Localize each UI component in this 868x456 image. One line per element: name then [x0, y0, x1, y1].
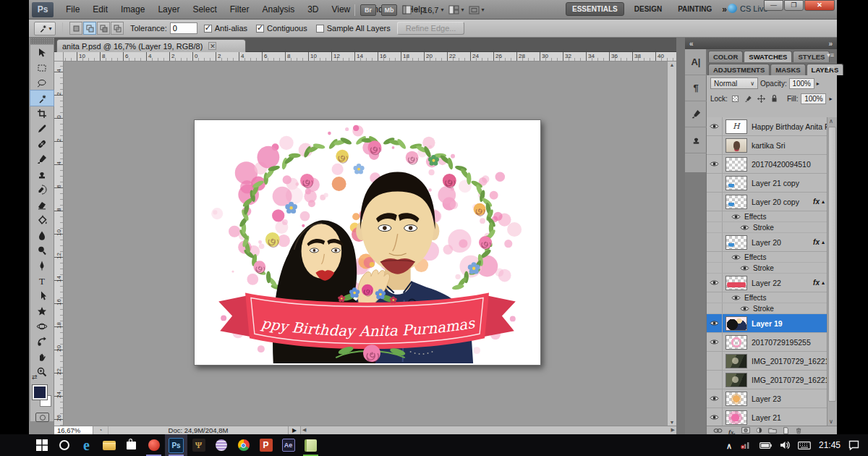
checkbox-sample-all-layers[interactable]: Sample All Layers — [316, 24, 391, 33]
view-extras-button[interactable]: ▾ — [402, 5, 418, 14]
layers-scroll-thumb[interactable] — [828, 127, 836, 402]
collapse-panels-icon[interactable]: « — [689, 40, 694, 48]
taskbar-clock[interactable]: 21:45 — [819, 440, 841, 450]
clone-source-panel-button[interactable] — [685, 127, 707, 153]
workspace-essentials[interactable]: ESSENTIALS — [566, 2, 624, 16]
canvas-pasteboard[interactable]: Happy Birthday Anita Purnamasari — [64, 62, 667, 426]
collapse-effects-icon[interactable]: ▴ — [822, 198, 825, 205]
taskbar-media-player[interactable] — [142, 434, 165, 456]
menu-edit[interactable]: Edit — [86, 4, 114, 14]
layer-visibility-toggle[interactable] — [707, 408, 723, 426]
healing-brush-tool[interactable] — [30, 136, 54, 151]
marquee-tool[interactable] — [30, 60, 54, 75]
effect-visibility-toggle[interactable] — [740, 265, 749, 271]
status-zoom-field[interactable]: 16,67% — [54, 426, 93, 434]
tab-styles[interactable]: STYLES — [793, 51, 830, 62]
layer-visibility-toggle[interactable] — [707, 174, 723, 192]
new-layer-icon[interactable] — [783, 427, 789, 434]
checkbox-box[interactable] — [256, 25, 264, 33]
effect-visibility-toggle[interactable] — [731, 254, 741, 261]
taskbar-store[interactable] — [120, 434, 142, 456]
eraser-tool[interactable] — [30, 197, 54, 212]
launch-minibridge-button[interactable]: Mb — [381, 4, 397, 16]
action-center-icon[interactable] — [848, 440, 859, 450]
menu-3d[interactable]: 3D — [301, 4, 325, 14]
menu-select[interactable]: Select — [186, 4, 223, 14]
layer-effect-row[interactable]: Effects — [707, 252, 827, 263]
layers-panel-menu-icon[interactable]: ▾≡ — [827, 64, 834, 72]
taskbar-chrome[interactable] — [232, 434, 255, 456]
new-selection-button[interactable] — [69, 22, 82, 35]
layer-row[interactable]: Layer 20fx▴ — [707, 233, 827, 252]
eyedropper-tool[interactable] — [30, 121, 54, 136]
taskbar-edge[interactable]: e — [75, 434, 98, 456]
taskbar-photoshop[interactable]: Ps — [165, 434, 187, 456]
taskbar-powerpoint[interactable]: P — [255, 434, 277, 456]
layer-thumbnail-floral[interactable] — [726, 392, 747, 406]
link-layers-icon[interactable] — [713, 428, 723, 434]
scroll-left-icon[interactable]: ◀ — [302, 427, 306, 433]
taskbar-sphere-app[interactable] — [210, 434, 232, 456]
layer-visibility-toggle[interactable] — [707, 193, 723, 211]
screen-mode-button[interactable]: ▾ — [469, 6, 484, 14]
layer-thumbnail-checker[interactable] — [726, 157, 747, 172]
status-menu-arrow[interactable]: ▶ — [289, 427, 300, 434]
layer-visibility-toggle[interactable] — [707, 389, 723, 408]
foreground-color-swatch[interactable] — [33, 385, 47, 400]
taskbar-cortana[interactable] — [53, 434, 75, 456]
effect-visibility-toggle[interactable] — [731, 295, 741, 301]
arrange-documents-button[interactable]: ▾ — [448, 5, 464, 14]
path-selection-tool[interactable] — [30, 288, 54, 303]
magic-wand-tool[interactable] — [30, 90, 54, 106]
layer-effect-row[interactable]: Stroke — [707, 222, 827, 233]
tools-panel-header[interactable] — [30, 38, 54, 45]
pen-tool[interactable] — [30, 258, 54, 273]
rotate-3d-tool[interactable] — [30, 318, 54, 334]
horizontal-ruler[interactable]: 1086420246810121416182022242628303234363… — [64, 52, 676, 62]
keyboard-icon[interactable] — [798, 442, 811, 449]
close-button[interactable]: ✕ — [804, 0, 835, 11]
layer-thumbnail-wreath[interactable] — [726, 335, 747, 350]
character-panel-button[interactable]: A| — [685, 49, 707, 75]
lock-transparency-button[interactable] — [731, 93, 741, 104]
tab-layers[interactable]: LAYERS — [807, 64, 844, 75]
layer-fx-badge[interactable]: fx — [813, 279, 820, 287]
move-tool[interactable] — [30, 45, 54, 60]
layer-thumbnail-pink-splash[interactable] — [726, 410, 747, 425]
layer-visibility-toggle[interactable] — [707, 155, 723, 173]
blend-mode-select[interactable]: Normal ∨ — [710, 77, 758, 89]
layer-visibility-toggle[interactable] — [707, 352, 723, 370]
tab-color[interactable]: COLOR — [708, 51, 743, 62]
history-brush-tool[interactable] — [30, 182, 54, 197]
scroll-right-icon[interactable]: ▶ — [671, 427, 675, 433]
menu-image[interactable]: Image — [114, 4, 151, 14]
vertical-scrollbar[interactable]: ▲ ▼ — [667, 62, 676, 426]
lasso-tool[interactable] — [30, 75, 54, 90]
launch-bridge-button[interactable]: Br — [360, 4, 376, 16]
collapse-effects-icon[interactable]: ▴ — [822, 239, 825, 245]
checkbox-box[interactable] — [204, 25, 212, 33]
layer-row[interactable]: Layer 22fx▴ — [707, 274, 827, 292]
layer-row[interactable]: IMG_20170729_162217 — [707, 371, 827, 389]
fill-spinner[interactable]: ▸ — [829, 96, 832, 102]
adjustment-layer-icon[interactable] — [756, 427, 762, 434]
checkbox-contiguous[interactable]: Contiguous — [256, 24, 307, 33]
layer-visibility-toggle[interactable] — [707, 371, 723, 389]
menu-view[interactable]: View — [325, 4, 357, 14]
paint-bucket-tool[interactable] — [30, 212, 54, 227]
layer-row[interactable]: Layer 20 copyfx▴ — [707, 193, 827, 211]
blur-tool[interactable] — [30, 227, 54, 242]
layer-row[interactable]: Happy Birthday Anita Pur... — [707, 117, 827, 136]
layer-row[interactable]: kartika Sri — [707, 136, 827, 155]
close-document-icon[interactable]: ✕ — [208, 42, 216, 50]
brush-panel-button[interactable] — [685, 101, 707, 127]
crop-tool[interactable] — [30, 106, 54, 121]
horizontal-scrollbar[interactable]: ◀ ▶ — [300, 426, 676, 434]
orbit-3d-tool[interactable] — [30, 334, 54, 349]
layer-visibility-toggle[interactable] — [707, 314, 723, 332]
expand-panels-icon[interactable]: » — [828, 40, 833, 48]
scroll-up-icon[interactable]: ▲ — [668, 62, 676, 67]
layer-visibility-toggle[interactable] — [707, 117, 723, 135]
tab-adjustments[interactable]: ADJUSTMENTS — [708, 64, 770, 75]
menu-file[interactable]: File — [59, 4, 86, 14]
